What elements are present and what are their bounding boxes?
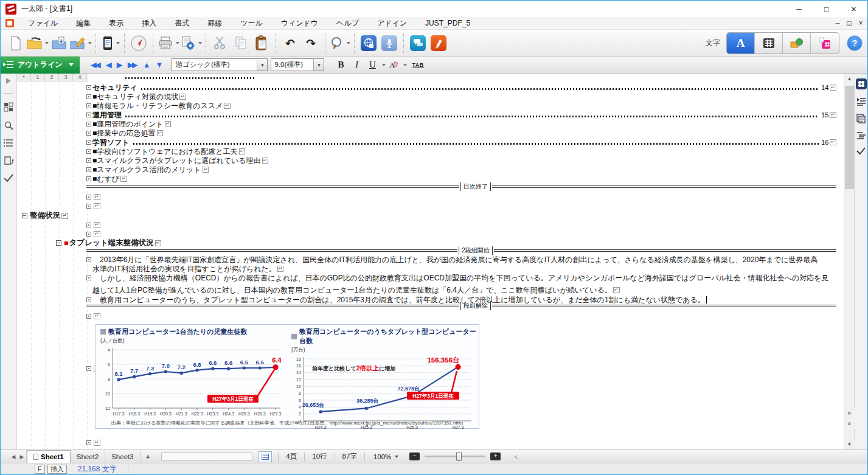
underline-button[interactable]: U: [364, 58, 380, 72]
bold-button[interactable]: B: [333, 58, 349, 72]
page-up-button[interactable]: «: [844, 408, 855, 418]
outline-item-icon[interactable]: [86, 366, 91, 371]
save-button[interactable]: [49, 32, 69, 55]
outline-item-icon[interactable]: [86, 85, 91, 90]
outline-item-icon[interactable]: [86, 94, 91, 99]
document-canvas[interactable]: *1234 セキュリティ14↵■セキュリティ対策の現状↵■情報モラル・リテラシー…: [17, 74, 844, 449]
outline-item-icon[interactable]: [86, 204, 91, 209]
italic-button[interactable]: I: [349, 58, 364, 72]
font-color-button[interactable]: A: [386, 58, 401, 72]
nav-prev-button[interactable]: ◀: [106, 60, 112, 69]
undo-button[interactable]: ↶: [280, 32, 300, 55]
zoom-out-button[interactable]: −: [409, 452, 420, 460]
menu-罫線[interactable]: 罫線: [198, 17, 231, 30]
print-settings-button[interactable]: [179, 32, 202, 55]
outline-collapse-icon[interactable]: [22, 213, 27, 218]
text-mode-button[interactable]: A: [727, 33, 755, 54]
zoom-caret-icon[interactable]: [395, 456, 398, 458]
sheet-next-button[interactable]: ▶: [18, 454, 26, 460]
clover-icon[interactable]: [856, 78, 867, 89]
marker-pen-button[interactable]: [428, 32, 449, 55]
menu-アドイン[interactable]: アドイン: [368, 17, 416, 30]
outline-item-icon[interactable]: [86, 232, 91, 237]
page-flip-icon[interactable]: [4, 156, 13, 165]
zoom-slider[interactable]: [425, 456, 485, 457]
copy-button[interactable]: [231, 32, 251, 55]
nav-down-button[interactable]: ▼: [156, 60, 164, 69]
outline-item-icon[interactable]: [86, 440, 91, 445]
copy-document-icon[interactable]: [856, 114, 866, 123]
menu-ファイル[interactable]: ファイル: [19, 17, 67, 30]
list-icon[interactable]: [4, 139, 13, 147]
nav-first-button[interactable]: ◀◀: [91, 60, 101, 69]
scroll-down-button[interactable]: ▼: [844, 439, 855, 449]
shapes-mode-button[interactable]: [783, 33, 811, 54]
check-icon[interactable]: [4, 174, 13, 182]
outline-mode-button[interactable]: アウトライン: [1, 57, 80, 74]
nav-last-button[interactable]: ▶▶: [128, 60, 138, 69]
voice-input-button[interactable]: [379, 32, 400, 55]
mdi-restore-button[interactable]: ◱: [844, 18, 854, 28]
close-button[interactable]: ×: [840, 1, 867, 17]
blocks-icon[interactable]: [4, 102, 13, 112]
outline-item-icon[interactable]: [86, 103, 91, 108]
scroll-up-button[interactable]: ▲: [844, 74, 855, 84]
outline-item-icon[interactable]: [86, 149, 91, 154]
sheet-tab-Sheet2[interactable]: Sheet2: [71, 450, 105, 463]
play-icon[interactable]: [5, 77, 12, 85]
menu-ウィンドウ[interactable]: ウィンドウ: [272, 17, 327, 30]
sheet-prev-button[interactable]: ◀: [9, 454, 18, 460]
check-icon[interactable]: [856, 147, 866, 154]
save-as-button[interactable]: [69, 32, 92, 55]
search-button[interactable]: [329, 32, 350, 55]
outline-item-icon[interactable]: [86, 176, 91, 181]
menu-挿入[interactable]: 挿入: [133, 17, 165, 30]
menu-書式[interactable]: 書式: [165, 17, 198, 30]
add-sheet-button[interactable]: +: [141, 453, 156, 460]
font-family-select[interactable]: 游ゴシック(標準) ▾: [172, 58, 268, 71]
navigation-compass-button[interactable]: [128, 32, 149, 55]
font-size-select[interactable]: 9.0(標準) ▾: [271, 58, 324, 71]
cut-button[interactable]: [210, 32, 231, 55]
function-key-button[interactable]: F: [35, 465, 45, 474]
help-button[interactable]: ?: [847, 35, 863, 51]
mdi-minimize-button[interactable]: ─: [833, 18, 842, 28]
menu-ツール[interactable]: ツール: [231, 17, 272, 30]
outline-item-icon[interactable]: [86, 122, 91, 127]
maximize-button[interactable]: □: [813, 1, 840, 17]
zoom-level[interactable]: 100%: [365, 453, 395, 460]
page-down-button[interactable]: »: [844, 418, 855, 429]
print-button[interactable]: [157, 32, 179, 55]
tab-button[interactable]: TAB: [412, 62, 423, 68]
outline-item-icon[interactable]: [86, 314, 91, 319]
menu-ヘルプ[interactable]: ヘルプ: [327, 17, 368, 30]
outline-item-icon[interactable]: [86, 195, 91, 199]
horizontal-scrollbar[interactable]: [161, 452, 252, 461]
redo-button[interactable]: ↷: [300, 32, 321, 55]
menu-表示[interactable]: 表示: [100, 17, 133, 30]
outline-item-icon[interactable]: [86, 297, 91, 302]
open-file-button[interactable]: [26, 32, 49, 55]
minimize-button[interactable]: ─: [785, 1, 813, 17]
list-levels-icon[interactable]: [856, 131, 866, 139]
insert-mode-button[interactable]: 挿入: [47, 465, 67, 474]
outline-item-icon[interactable]: [86, 158, 91, 163]
outline-item-icon[interactable]: [86, 131, 91, 136]
menu-JUST_PDF_5[interactable]: JUST_PDF_5: [416, 17, 479, 30]
paste-button[interactable]: [251, 32, 272, 55]
sheet-tab-Sheet3[interactable]: Sheet3: [105, 450, 140, 463]
nav-up-button[interactable]: ▲: [143, 60, 151, 69]
hanako-mode-button[interactable]: [811, 33, 839, 54]
new-document-button[interactable]: [5, 32, 26, 55]
outline-item-icon[interactable]: [86, 276, 91, 280]
outline-collapse-icon[interactable]: [56, 240, 61, 246]
vertical-scrollbar[interactable]: ▲ « » ▼: [844, 74, 854, 449]
outline-item-icon[interactable]: [86, 140, 91, 145]
zoom-in-button[interactable]: +: [490, 452, 501, 460]
zoom-slider-thumb[interactable]: [456, 452, 462, 461]
outline-indent-icon[interactable]: [856, 97, 866, 106]
menu-編集[interactable]: 編集: [67, 17, 100, 30]
sheet-tab-Sheet1[interactable]: Sheet1: [27, 450, 71, 463]
scrollbar-thumb[interactable]: [845, 86, 854, 189]
nav-next-button[interactable]: ▶: [117, 60, 123, 69]
